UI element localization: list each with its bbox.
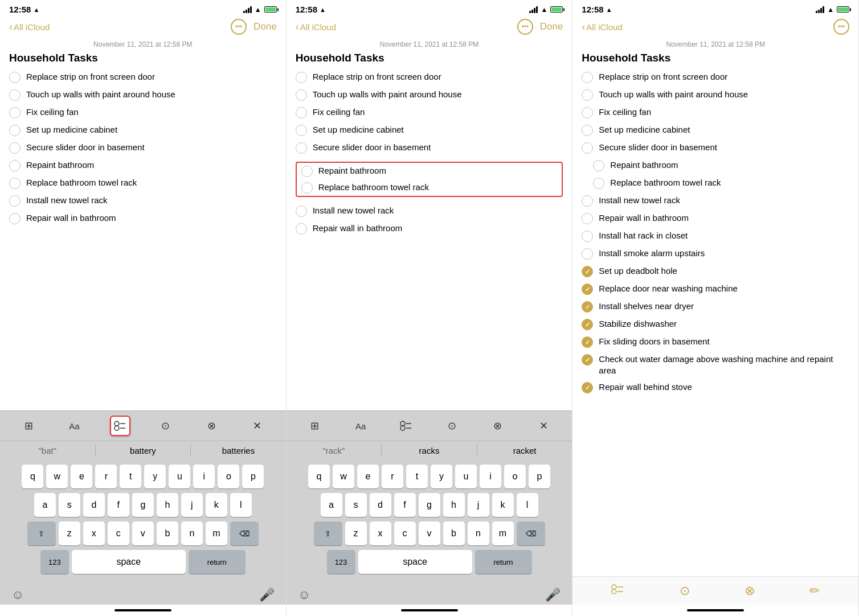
task-checkbox[interactable] — [9, 142, 21, 154]
key-i-2[interactable]: i — [480, 465, 501, 488]
key-b-2[interactable]: b — [443, 521, 465, 545]
task-checkbox[interactable] — [582, 231, 593, 242]
autocorrect-item-2-1[interactable]: "rack" — [287, 445, 382, 457]
task-checkbox[interactable] — [9, 125, 21, 136]
key-f-2[interactable]: f — [394, 493, 416, 517]
key-return-2[interactable]: return — [475, 550, 532, 574]
markup-toolbar-btn-2[interactable]: ⊗ — [488, 416, 508, 436]
task-checkbox[interactable] — [593, 160, 604, 171]
key-x-2[interactable]: x — [370, 521, 391, 545]
key-v-2[interactable]: v — [419, 521, 440, 545]
task-checkbox[interactable] — [9, 160, 21, 171]
task-checkbox[interactable] — [9, 89, 21, 101]
emoji-icon-2[interactable]: ☺ — [298, 588, 310, 602]
key-m-2[interactable]: m — [492, 521, 514, 545]
task-checkbox[interactable] — [582, 195, 593, 207]
key-t-2[interactable]: t — [406, 465, 428, 488]
task-checkbox[interactable] — [9, 107, 21, 118]
key-w-2[interactable]: w — [333, 465, 354, 488]
close-toolbar-btn-2[interactable]: ✕ — [533, 416, 554, 436]
key-a-2[interactable]: a — [321, 493, 342, 517]
task-checkbox-checked[interactable] — [582, 354, 593, 366]
key-p[interactable]: p — [242, 465, 264, 488]
key-r-2[interactable]: r — [382, 465, 403, 488]
table-toolbar-btn-2[interactable]: ⊞ — [305, 416, 325, 436]
microphone-icon-2[interactable]: 🎤 — [545, 588, 561, 602]
autocorrect-item-2-3[interactable]: racket — [477, 445, 572, 457]
key-return[interactable]: return — [189, 550, 246, 574]
key-p-2[interactable]: p — [529, 465, 550, 488]
key-h[interactable]: h — [157, 493, 178, 517]
key-a[interactable]: a — [34, 493, 56, 517]
key-space-2[interactable]: space — [358, 550, 472, 574]
key-u[interactable]: u — [169, 465, 190, 488]
emoji-icon[interactable]: ☺ — [11, 588, 24, 602]
ellipsis-button-1[interactable]: ••• — [231, 19, 247, 35]
key-123-2[interactable]: 123 — [327, 550, 355, 574]
key-o-2[interactable]: o — [504, 465, 526, 488]
key-j[interactable]: j — [181, 493, 203, 517]
checklist-toolbar-btn-2[interactable] — [396, 416, 416, 436]
task-checkbox[interactable] — [296, 89, 307, 101]
key-x[interactable]: x — [83, 521, 105, 545]
done-button-1[interactable]: Done — [253, 21, 277, 32]
key-backspace-2[interactable]: ⌫ — [517, 521, 545, 545]
key-r[interactable]: r — [95, 465, 117, 488]
task-checkbox[interactable] — [582, 213, 593, 224]
checklist-toolbar-btn[interactable] — [110, 416, 130, 436]
task-checkbox[interactable] — [582, 125, 593, 136]
autocorrect-item-1[interactable]: "bat" — [0, 445, 96, 457]
format-toolbar-btn[interactable]: Aa — [64, 416, 84, 436]
task-checkbox[interactable] — [593, 178, 604, 189]
close-toolbar-btn[interactable]: ✕ — [247, 416, 267, 436]
key-backspace[interactable]: ⌫ — [230, 521, 259, 545]
key-c-2[interactable]: c — [394, 521, 416, 545]
key-l-2[interactable]: l — [517, 493, 538, 517]
camera-icon-3[interactable]: ⊙ — [680, 584, 690, 598]
key-u-2[interactable]: u — [455, 465, 477, 488]
key-j-2[interactable]: j — [468, 493, 489, 517]
key-c[interactable]: c — [108, 521, 129, 545]
task-checkbox[interactable] — [582, 248, 593, 260]
key-d-2[interactable]: d — [370, 493, 391, 517]
key-v[interactable]: v — [132, 521, 154, 545]
key-e-2[interactable]: e — [357, 465, 379, 488]
key-w[interactable]: w — [46, 465, 68, 488]
key-i[interactable]: i — [193, 465, 215, 488]
task-checkbox[interactable] — [9, 178, 21, 189]
task-checkbox[interactable] — [296, 142, 307, 154]
task-checkbox-checked[interactable] — [582, 266, 593, 277]
key-e[interactable]: e — [71, 465, 92, 488]
key-m[interactable]: m — [206, 521, 227, 545]
checklist-icon-3[interactable] — [611, 582, 625, 599]
task-checkbox-checked[interactable] — [582, 284, 593, 295]
back-button-1[interactable]: ‹ All iCloud — [9, 21, 50, 33]
task-checkbox[interactable] — [296, 125, 307, 136]
key-h-2[interactable]: h — [443, 493, 465, 517]
key-k-2[interactable]: k — [492, 493, 514, 517]
key-f[interactable]: f — [108, 493, 129, 517]
ellipsis-button-2[interactable]: ••• — [517, 19, 533, 35]
key-s-2[interactable]: s — [345, 493, 367, 517]
table-toolbar-btn[interactable]: ⊞ — [18, 416, 39, 436]
task-checkbox[interactable] — [301, 182, 313, 194]
autocorrect-item-2[interactable]: battery — [96, 445, 191, 457]
key-s[interactable]: s — [59, 493, 80, 517]
task-checkbox[interactable] — [582, 72, 593, 83]
key-q-2[interactable]: q — [308, 465, 330, 488]
task-checkbox-checked[interactable] — [582, 319, 593, 330]
back-button-3[interactable]: ‹ All iCloud — [582, 21, 622, 33]
task-checkbox-checked[interactable] — [582, 382, 593, 393]
key-d[interactable]: d — [83, 493, 105, 517]
key-z[interactable]: z — [59, 521, 80, 545]
task-checkbox-checked[interactable] — [582, 301, 593, 313]
key-k[interactable]: k — [206, 493, 227, 517]
task-checkbox[interactable] — [301, 166, 313, 177]
markup-icon-3[interactable]: ⊗ — [745, 584, 755, 598]
edit-icon-3[interactable]: ✏ — [809, 584, 820, 598]
key-y-2[interactable]: y — [431, 465, 452, 488]
key-g-2[interactable]: g — [419, 493, 440, 517]
task-checkbox[interactable] — [296, 72, 307, 83]
key-g[interactable]: g — [132, 493, 154, 517]
task-checkbox[interactable] — [9, 195, 21, 207]
